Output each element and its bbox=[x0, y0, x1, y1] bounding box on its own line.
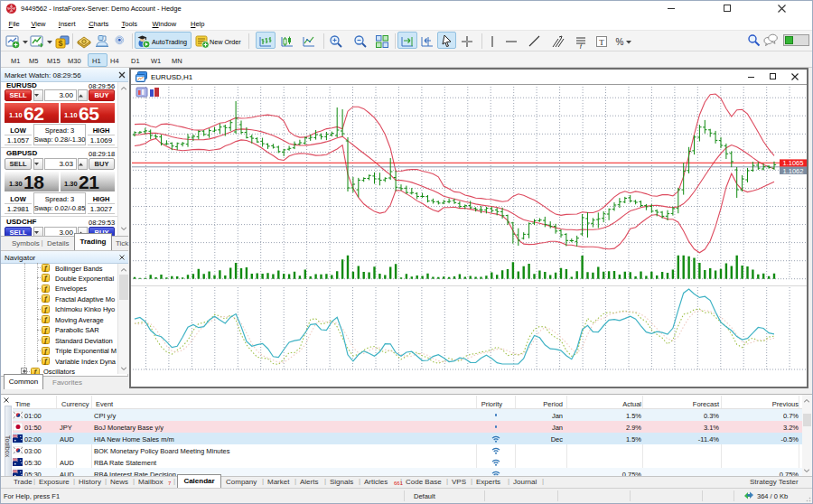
svg-text:1.1062: 1.1062 bbox=[783, 167, 804, 175]
svg-text:T: T bbox=[599, 38, 604, 47]
svg-text:%: % bbox=[616, 37, 624, 47]
svg-text:$: $ bbox=[58, 39, 62, 48]
